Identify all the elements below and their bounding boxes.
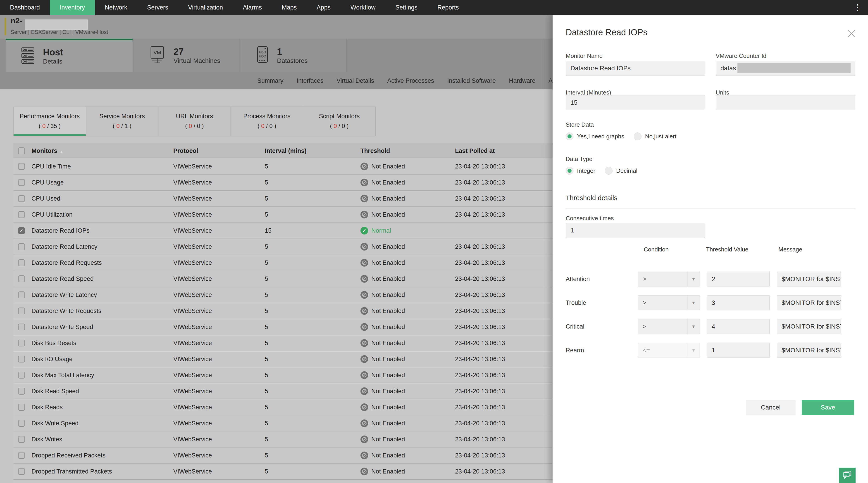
nav-item-workflow[interactable]: Workflow: [341, 0, 385, 15]
monitor-name-cell[interactable]: Disk Max Total Latency: [31, 372, 94, 379]
vmware-counter-id-input[interactable]: datas: [716, 61, 855, 76]
radio-option-yes-i-need-graphs[interactable]: Yes,I need graphs: [566, 132, 624, 140]
monitor-name-cell[interactable]: CPU Idle Time: [31, 163, 71, 170]
monitor-name-cell[interactable]: Disk Bus Resets: [31, 340, 76, 347]
column-header-last-polled[interactable]: Last Polled at: [455, 148, 495, 155]
column-header-threshold[interactable]: Threshold: [361, 148, 390, 155]
monitor-name-cell[interactable]: Datastore Read IOPs: [31, 227, 90, 234]
radio-option-integer[interactable]: Integer: [566, 167, 595, 174]
row-checkbox[interactable]: [18, 340, 25, 347]
radio-unselected-icon[interactable]: [605, 167, 613, 174]
table-row[interactable]: Datastore Write RequestsVIWebService5Not…: [13, 303, 553, 319]
row-checkbox[interactable]: [18, 179, 25, 186]
table-row[interactable]: CPU Idle TimeVIWebService5Not Enabled23-…: [13, 159, 553, 174]
table-row[interactable]: Datastore Read SpeedVIWebService5Not Ena…: [13, 271, 553, 287]
nav-item-dashboard[interactable]: Dashboard: [0, 0, 50, 15]
detail-tab-installed-software[interactable]: Installed Software: [447, 77, 496, 84]
monitor-name-cell[interactable]: Datastore Read Requests: [31, 259, 102, 266]
monitor-tab-process-monitors[interactable]: Process Monitors( 0 / 0 ): [231, 106, 303, 136]
detail-tab-interfaces[interactable]: Interfaces: [297, 77, 323, 84]
table-row[interactable]: Datastore Write SpeedVIWebService5Not En…: [13, 319, 553, 335]
table-row[interactable]: Disk Max Total LatencyVIWebService5Not E…: [13, 367, 553, 383]
table-row[interactable]: CPU UsageVIWebService5Not Enabled23-04-2…: [13, 174, 553, 191]
row-checkbox[interactable]: [18, 324, 25, 330]
detail-tab-a[interactable]: A: [549, 77, 553, 84]
nav-item-alarms[interactable]: Alarms: [233, 0, 272, 15]
detail-tab-active-processes[interactable]: Active Processes: [387, 77, 434, 84]
row-checkbox[interactable]: [18, 388, 25, 395]
row-checkbox[interactable]: [18, 436, 25, 443]
column-header-monitors[interactable]: Monitors▲: [31, 148, 63, 155]
table-row[interactable]: Datastore Read RequestsVIWebService5Not …: [13, 255, 553, 271]
table-row[interactable]: Dropped Transmitted PacketsVIWebService5…: [13, 463, 553, 480]
radio-selected-icon[interactable]: [566, 167, 574, 174]
table-row[interactable]: Datastore Write LatencyVIWebService5Not …: [13, 287, 553, 303]
column-header-protocol[interactable]: Protocol: [173, 148, 198, 155]
message-input-rearm[interactable]: $MONITOR for $INSTA: [777, 343, 841, 358]
monitor-tab-performance-monitors[interactable]: Performance Monitors( 0 / 35 ): [13, 106, 86, 136]
table-row[interactable]: CPU UtilizationVIWebService5Not Enabled2…: [13, 207, 553, 223]
threshold-value-input-attention[interactable]: 2: [707, 271, 770, 287]
message-input-critical[interactable]: $MONITOR for $INSTA: [777, 319, 841, 334]
table-row[interactable]: Datastore Read LatencyVIWebService5Not E…: [13, 239, 553, 255]
table-row[interactable]: Disk Read SpeedVIWebService5Not Enabled2…: [13, 383, 553, 399]
row-checkbox[interactable]: [18, 468, 25, 475]
entity-tab-datastores[interactable]: SSDHDD1Datastores: [241, 39, 347, 72]
message-input-trouble[interactable]: $MONITOR for $INSTA: [777, 295, 841, 310]
table-row[interactable]: Disk WritesVIWebService5Not Enabled23-04…: [13, 431, 553, 448]
monitor-name-cell[interactable]: Disk Read Speed: [31, 388, 79, 395]
monitor-name-input[interactable]: Datastore Read IOPs: [566, 61, 705, 76]
radio-option-decimal[interactable]: Decimal: [605, 167, 638, 174]
cancel-button[interactable]: Cancel: [746, 400, 796, 415]
row-checkbox[interactable]: ✓: [18, 227, 25, 234]
monitor-name-cell[interactable]: Datastore Write Speed: [31, 324, 93, 331]
column-header-interval[interactable]: Interval (mins): [265, 148, 307, 155]
row-checkbox[interactable]: [18, 163, 25, 170]
radio-option-no-just-alert[interactable]: No,just alert: [634, 132, 677, 140]
condition-select-trouble[interactable]: >▼: [638, 295, 700, 310]
monitor-name-cell[interactable]: CPU Usage: [31, 179, 64, 186]
row-checkbox[interactable]: [18, 243, 25, 250]
row-checkbox[interactable]: [18, 195, 25, 202]
threshold-value-input-rearm[interactable]: 1: [707, 343, 770, 358]
overflow-menu-icon[interactable]: ⋮: [847, 0, 868, 15]
row-checkbox[interactable]: [18, 276, 25, 282]
nav-item-servers[interactable]: Servers: [137, 0, 178, 15]
table-row[interactable]: CPU UsedVIWebService5Not Enabled23-04-20…: [13, 191, 553, 207]
radio-selected-icon[interactable]: [566, 132, 574, 140]
save-button[interactable]: Save: [802, 400, 854, 415]
nav-item-network[interactable]: Network: [95, 0, 137, 15]
table-row[interactable]: Memory ActiveVIWebService5Not Enabled23-…: [13, 480, 553, 483]
row-checkbox[interactable]: [18, 404, 25, 411]
monitor-name-cell[interactable]: Datastore Read Speed: [31, 276, 94, 283]
row-checkbox[interactable]: [18, 211, 25, 218]
nav-item-virtualization[interactable]: Virtualization: [178, 0, 233, 15]
table-row[interactable]: Disk ReadsVIWebService5Not Enabled23-04-…: [13, 399, 553, 415]
consecutive-times-input[interactable]: 1: [566, 223, 705, 238]
interval-input[interactable]: 15: [566, 95, 705, 110]
monitor-name-cell[interactable]: Datastore Write Latency: [31, 291, 97, 298]
condition-select-critical[interactable]: >▼: [638, 319, 700, 334]
condition-select-attention[interactable]: >▼: [638, 271, 700, 287]
monitor-tab-url-monitors[interactable]: URL Monitors( 0 / 0 ): [158, 106, 231, 136]
monitor-name-cell[interactable]: Dropped Transmitted Packets: [31, 468, 112, 475]
monitor-name-cell[interactable]: CPU Utilization: [31, 211, 73, 218]
table-row[interactable]: Disk I/O UsageVIWebService5Not Enabled23…: [13, 351, 553, 367]
row-checkbox[interactable]: [18, 356, 25, 362]
message-input-attention[interactable]: $MONITOR for $INSTA: [777, 271, 841, 287]
units-input[interactable]: [716, 95, 855, 110]
monitor-tab-service-monitors[interactable]: Service Monitors( 0 / 1 ): [86, 106, 158, 136]
monitor-tab-script-monitors[interactable]: Script Monitors( 0 / 0 ): [303, 106, 376, 136]
monitor-name-cell[interactable]: Disk Writes: [31, 436, 62, 443]
entity-tab-details[interactable]: HostDetails: [6, 39, 133, 72]
chat-button[interactable]: [839, 468, 856, 483]
entity-tab-virtual-machines[interactable]: VM27Virtual Machines: [134, 39, 240, 72]
nav-item-maps[interactable]: Maps: [272, 0, 307, 15]
monitor-name-cell[interactable]: Disk Reads: [31, 404, 63, 411]
table-row[interactable]: Disk Write SpeedVIWebService5Not Enabled…: [13, 415, 553, 431]
monitor-name-cell[interactable]: Disk I/O Usage: [31, 356, 73, 363]
nav-item-apps[interactable]: Apps: [307, 0, 341, 15]
row-checkbox[interactable]: [18, 291, 25, 298]
threshold-value-input-critical[interactable]: 4: [707, 319, 770, 334]
row-checkbox[interactable]: [18, 308, 25, 314]
